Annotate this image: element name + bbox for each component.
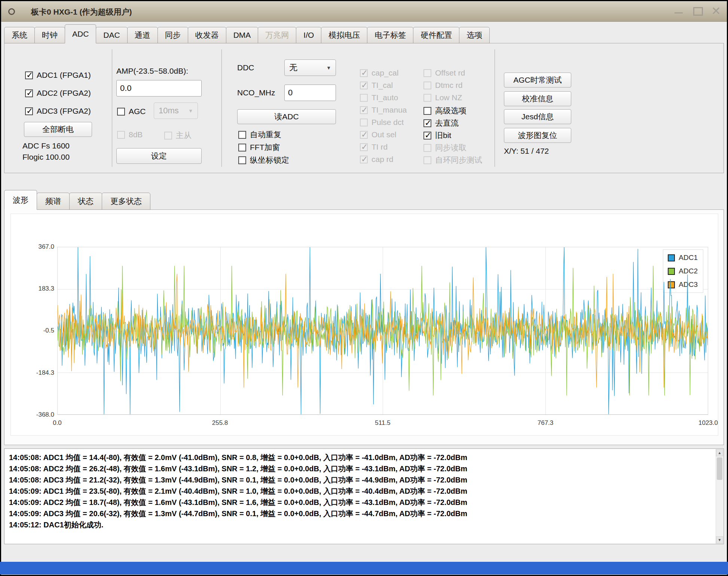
checkbox-icon (117, 108, 125, 116)
checkbox-icon (360, 156, 368, 163)
sync-read-label: 同步读取 (435, 143, 467, 153)
tab-system[interactable]: 系统 (4, 27, 35, 43)
waveform-chart: 367.0 183.3 -0.5 -184.3 -368.0 0.0 255.8… (10, 214, 718, 436)
y-tick: -368.0 (26, 411, 54, 419)
x-tick: 0.0 (53, 419, 62, 427)
x-tick: 255.8 (212, 419, 228, 427)
y-tick: 183.3 (26, 285, 54, 292)
master-slave-label: 主从 (176, 130, 192, 141)
dtmc-rd-checkbox: Dtmc rd (423, 81, 463, 90)
adc3-checkbox[interactable]: ADC3 (FPGA2) (25, 107, 91, 116)
read-adc-button[interactable]: 读ADC (237, 109, 336, 124)
checkbox-icon (360, 94, 368, 102)
view-tab-waveform[interactable]: 波形 (4, 190, 37, 210)
low-nz-checkbox: Low NZ (423, 93, 462, 102)
separator (112, 49, 112, 167)
8db-label: 8dB (129, 130, 143, 139)
checkbox-icon (238, 131, 246, 139)
chevron-down-icon: ▼ (326, 65, 331, 71)
checkbox-icon (238, 156, 246, 164)
scroll-down-icon[interactable]: ▼ (716, 536, 723, 543)
view-tab-more-status[interactable]: 更多状态 (102, 193, 150, 210)
ti-manual-label: TI_manua (371, 105, 407, 114)
tab-dma[interactable]: DMA (226, 27, 259, 43)
advanced-options-checkbox[interactable]: 高级选项 (423, 105, 467, 116)
power-off-all-button[interactable]: 全部断电 (24, 122, 92, 137)
tab-options[interactable]: 选项 (459, 27, 490, 43)
checkbox-icon (423, 82, 431, 89)
adc2-label: ADC2 (FPGA2) (37, 89, 91, 98)
out-sel-label: Out sel (371, 130, 397, 139)
y-tick: -184.3 (26, 369, 54, 377)
log-line: 14:05:09: ADC2 均值 = 18.7(-48), 有效值 = 1.6… (9, 497, 712, 508)
amp-value-input[interactable] (116, 80, 202, 96)
progress-bar (0, 562, 728, 575)
checkbox-icon (423, 119, 431, 127)
log-line: 14:05:08: ADC1 均值 = 14.4(-80), 有效值 = 2.0… (9, 452, 712, 463)
tab-analog-voltage[interactable]: 模拟电压 (321, 27, 367, 43)
main-tabbar: 系统 时钟 ADC DAC 通道 同步 收发器 DMA 万兆网 I/O 模拟电压… (4, 24, 490, 43)
tab-io[interactable]: I/O (296, 27, 321, 43)
y-axis-lock-checkbox[interactable]: 纵坐标锁定 (238, 155, 289, 165)
log-output: 14:05:08: ADC1 均值 = 14.4(-80), 有效值 = 2.0… (4, 448, 724, 544)
master-slave-checkbox: 主从 (164, 130, 192, 141)
ti-manual-checkbox: TI_manua (360, 105, 407, 114)
old-bit-label: 旧bit (435, 130, 451, 141)
checkbox-icon (423, 144, 431, 152)
ti-auto-label: TI_auto (371, 93, 398, 102)
log-line: 14:05:08: ADC3 均值 = 21.2(-32), 有效值 = 1.3… (9, 474, 712, 485)
offset-rd-checkbox: Offset rd (423, 68, 465, 77)
log-line: 14:05:12: DAC1初始化成功. (9, 519, 712, 530)
agc-checkbox[interactable]: AGC (117, 107, 146, 116)
checkbox-icon (25, 71, 33, 79)
y-tick: -0.5 (26, 327, 54, 334)
waveform-reset-button[interactable]: 波形图复位 (504, 128, 571, 143)
adc-control-panel: ADC1 (FPGA1) ADC2 (FPGA2) ADC3 (FPGA2) 全… (4, 43, 724, 173)
auto-repeat-checkbox[interactable]: 自动重复 (238, 129, 281, 140)
fft-window-checkbox[interactable]: FFT加窗 (238, 142, 280, 153)
jesd-info-button[interactable]: Jesd信息 (504, 109, 571, 124)
scrollbar-thumb[interactable] (717, 457, 722, 480)
checkbox-icon (164, 132, 172, 140)
waveform-traces (58, 247, 708, 414)
window-title: 板卡0 HXG-1 (作为超级用户) (31, 7, 132, 17)
maximize-button[interactable] (693, 7, 703, 16)
tab-channel[interactable]: 通道 (127, 27, 158, 43)
cap-cal-checkbox: cap_cal (360, 68, 420, 77)
view-tab-spectrum[interactable]: 频谱 (37, 193, 70, 210)
separator (221, 49, 222, 167)
adc2-checkbox[interactable]: ADC2 (FPGA2) (25, 89, 91, 98)
adc3-label: ADC3 (FPGA2) (37, 107, 91, 116)
remove-dc-checkbox[interactable]: 去直流 (423, 118, 459, 128)
checkbox-icon (360, 143, 368, 151)
adc1-checkbox[interactable]: ADC1 (FPGA1) (25, 71, 91, 80)
advanced-options-label: 高级选项 (435, 105, 467, 116)
close-button[interactable]: ✕ (711, 4, 721, 18)
window-menu-icon[interactable] (8, 8, 15, 15)
tab-dac[interactable]: DAC (96, 27, 127, 43)
scroll-up-icon[interactable]: ▲ (716, 449, 723, 456)
y-axis-lock-label: 纵坐标锁定 (250, 155, 289, 165)
xy-readout: X/Y: 51 / 472 (504, 147, 549, 156)
tab-hw-config[interactable]: 硬件配置 (413, 27, 459, 43)
tab-sync[interactable]: 同步 (157, 27, 188, 43)
old-bit-checkbox[interactable]: 旧bit (423, 130, 451, 141)
set-button[interactable]: 设定 (116, 148, 202, 164)
separator (495, 49, 495, 167)
tab-e-label[interactable]: 电子标签 (367, 27, 413, 43)
view-tab-status[interactable]: 状态 (69, 193, 102, 210)
plot-area[interactable]: ADC1 ADC2 ADC3 (57, 247, 708, 415)
tab-clock[interactable]: 时钟 (34, 27, 65, 43)
nco-mhz-input[interactable] (284, 85, 336, 101)
checkbox-icon (423, 156, 431, 164)
ddc-dropdown[interactable]: 无 ▼ (284, 59, 336, 76)
tab-adc[interactable]: ADC (65, 24, 96, 43)
checkbox-icon (360, 106, 368, 114)
calibration-info-button[interactable]: 校准信息 (504, 91, 571, 106)
ddc-selected-value: 无 (289, 62, 297, 73)
log-scrollbar[interactable]: ▲ ▼ (716, 449, 723, 543)
tab-transceiver[interactable]: 收发器 (188, 27, 226, 43)
pulse-dct-checkbox: Pulse dct (360, 118, 404, 127)
agc-timing-test-button[interactable]: AGC时常测试 (504, 73, 571, 88)
minimize-button[interactable] (675, 9, 683, 13)
